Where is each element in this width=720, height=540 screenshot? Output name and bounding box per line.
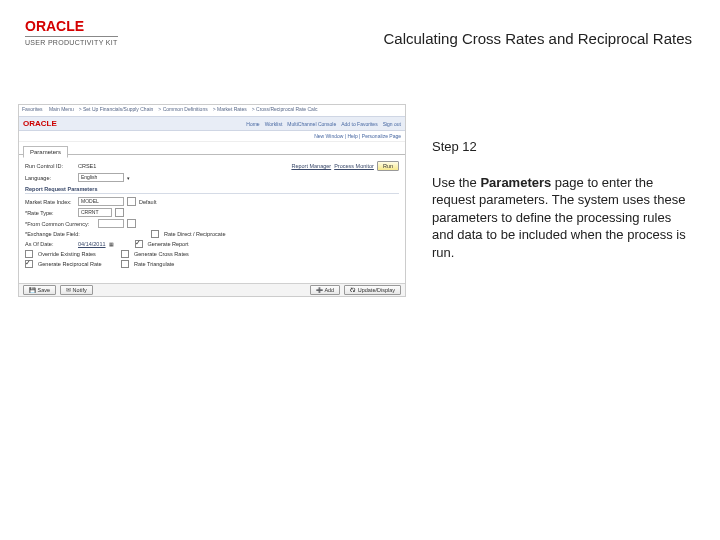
from-currency-input[interactable]	[98, 219, 124, 228]
save-button[interactable]: 💾 Save	[23, 285, 56, 295]
app-screenshot: Favorites Main Menu> Set Up Financials/S…	[18, 104, 406, 297]
triangulate-checkbox[interactable]	[121, 260, 129, 268]
override-label: Override Existing Rates	[38, 251, 118, 257]
crumb-item[interactable]: Favorites	[22, 106, 43, 112]
step-text-bold: Parameters	[480, 175, 551, 190]
calendar-icon[interactable]: ▦	[109, 241, 114, 247]
app-header: ORACLE Home Worklist MultiChannel Consol…	[19, 117, 405, 131]
exchange-date-label: *Exchange Date Field:	[25, 231, 95, 237]
lookup-icon[interactable]	[127, 197, 136, 206]
lookup-icon[interactable]	[127, 219, 136, 228]
report-manager-link[interactable]: Report Manager	[291, 163, 331, 169]
crumb-item[interactable]: Set Up Financials/Supply Chain	[83, 106, 153, 112]
link-fav[interactable]: Add to Favorites	[341, 121, 377, 127]
mrindex-input[interactable]: MODEL	[78, 197, 124, 206]
oracle-logo: ORACLE	[23, 119, 57, 128]
form-body: Run Control ID: CRSE1 Report Manager Pro…	[19, 155, 405, 274]
run-button[interactable]: Run	[377, 161, 399, 171]
crumb-item[interactable]: Common Definitions	[163, 106, 208, 112]
tab-parameters[interactable]: Parameters	[23, 146, 68, 158]
mrindex-label: Market Rate Index:	[25, 199, 75, 205]
language-select[interactable]: English	[78, 173, 124, 182]
breadcrumb: Favorites Main Menu> Set Up Financials/S…	[19, 105, 405, 117]
plus-icon: ➕	[316, 287, 323, 293]
page-root: ORACLE USER PRODUCTIVITY KIT Calculating…	[0, 0, 720, 540]
add-button[interactable]: ➕ Add	[310, 285, 340, 295]
recip-direct-checkbox[interactable]	[151, 230, 159, 238]
rate-type-label: *Rate Type:	[25, 210, 75, 216]
rate-type-input[interactable]: CRRNT	[78, 208, 112, 217]
link-home[interactable]: Home	[246, 121, 259, 127]
header-links: Home Worklist MultiChannel Console Add t…	[246, 121, 401, 127]
asof-label: As Of Date:	[25, 241, 75, 247]
brand-logo: ORACLE	[25, 18, 118, 34]
step-block: Step 12 Use the Parameters page to enter…	[432, 138, 692, 261]
recip-rate-label: Generate Reciprocal Rate	[38, 261, 118, 267]
run-control-label: Run Control ID:	[25, 163, 75, 169]
process-monitor-link[interactable]: Process Monitor	[334, 163, 374, 169]
step-text: Use the Parameters page to enter the req…	[432, 174, 692, 262]
footer-bar: 💾 Save ✉ Notify ➕ Add 🗘 Update/Display	[19, 283, 405, 296]
triangulate-label: Rate Triangulate	[134, 261, 174, 267]
notify-button[interactable]: ✉ Notify	[60, 285, 93, 295]
cross-checkbox[interactable]	[121, 250, 129, 258]
tab-bar: Parameters	[19, 142, 405, 155]
section-report-params: Report Request Parameters	[25, 186, 399, 194]
notify-icon: ✉	[66, 287, 71, 293]
page-tools[interactable]: New Window | Help | Personalize Page	[19, 131, 405, 142]
save-icon: 💾	[29, 287, 36, 293]
crumb-item[interactable]: Main Menu	[49, 106, 74, 112]
default-text: Default	[139, 199, 156, 205]
link-mcc[interactable]: MultiChannel Console	[287, 121, 336, 127]
recip-direct-label: Rate Direct / Reciprocate	[164, 231, 225, 237]
gen-report-label: Generate Report	[148, 241, 189, 247]
crumb-item[interactable]: Cross/Reciprocal Rate Calc	[256, 106, 317, 112]
chevron-down-icon[interactable]: ▾	[127, 175, 130, 181]
crumb-item[interactable]: Market Rates	[217, 106, 247, 112]
link-worklist[interactable]: Worklist	[265, 121, 283, 127]
cross-label: Generate Cross Rates	[134, 251, 189, 257]
lookup-icon[interactable]	[115, 208, 124, 217]
step-label: Step 12	[432, 138, 692, 156]
update-button[interactable]: 🗘 Update/Display	[344, 285, 401, 295]
brand-subtitle: USER PRODUCTIVITY KIT	[25, 36, 118, 46]
asof-value[interactable]: 04/14/2011	[78, 241, 106, 247]
recip-rate-checkbox[interactable]	[25, 260, 33, 268]
brand-block: ORACLE USER PRODUCTIVITY KIT	[25, 18, 118, 46]
step-text-before: Use the	[432, 175, 480, 190]
from-currency-label: *From Common Currency:	[25, 221, 95, 227]
page-title: Calculating Cross Rates and Reciprocal R…	[384, 30, 692, 47]
link-signout[interactable]: Sign out	[383, 121, 401, 127]
update-icon: 🗘	[350, 287, 356, 293]
gen-report-checkbox[interactable]	[135, 240, 143, 248]
run-control-value: CRSE1	[78, 163, 96, 169]
override-checkbox[interactable]	[25, 250, 33, 258]
language-label: Language:	[25, 175, 75, 181]
